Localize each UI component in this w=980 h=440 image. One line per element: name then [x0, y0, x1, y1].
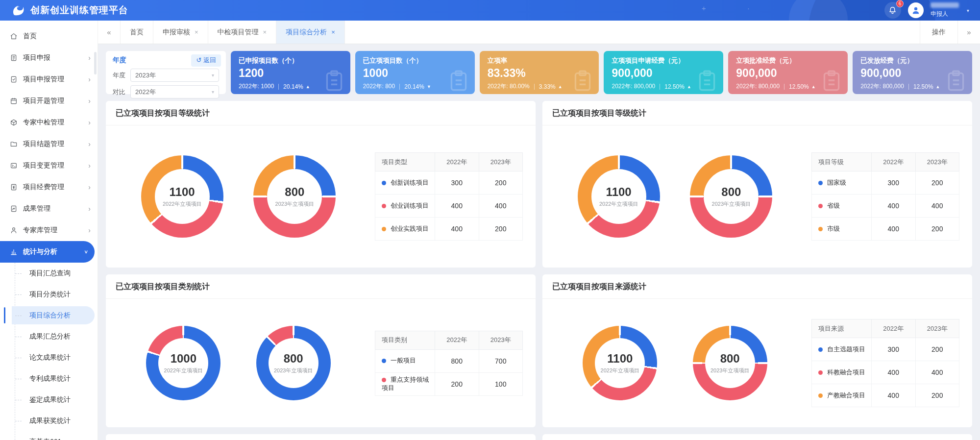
sidebar-item-label: 项目申报 — [23, 53, 50, 62]
divider — [534, 84, 535, 90]
year-select[interactable]: 2023年 ▾ — [130, 69, 219, 82]
sidebar-item-label: 成果管理 — [23, 204, 50, 213]
sidebar-subitem[interactable]: 专利成果统计 — [0, 368, 98, 389]
sidebar-scrollbar-thumb[interactable] — [94, 52, 97, 74]
sidebar-subitem[interactable]: 鉴定成果统计 — [0, 389, 98, 410]
stat-card-title: 立项率 — [488, 56, 591, 65]
table-row: 创新训练项目 300 200 — [375, 171, 523, 195]
sidebar-item[interactable]: 首页 — [0, 25, 98, 47]
folder-icon — [10, 140, 18, 148]
legend-label: 创新训练项目 — [391, 179, 429, 186]
notification-badge: 6 — [896, 0, 904, 7]
chevron-icon: › — [88, 119, 91, 126]
user-menu-caret-icon[interactable]: ▾ — [967, 8, 969, 13]
avatar[interactable] — [908, 2, 924, 18]
sidebar-item[interactable]: 项目开题管理 › — [0, 90, 98, 112]
table-row: 市级 400 200 — [812, 218, 959, 241]
sidebar-item-label: 项目结题管理 — [23, 140, 64, 148]
chevron-icon: › — [88, 226, 91, 234]
sidebar-item[interactable]: 专家库管理 › — [0, 220, 98, 241]
sidebar-item[interactable]: 项目结题管理 › — [0, 133, 98, 155]
table-body: 国家级 300 200 省级 400 400 — [812, 171, 959, 241]
legend-dot — [818, 393, 823, 398]
sidebar-subitem[interactable]: 论文成果统计 — [0, 347, 98, 368]
sidebar-subitem[interactable]: 项目综合分析 — [0, 305, 98, 326]
donut-center-label: 2023年立项项目 — [274, 367, 313, 374]
user-info[interactable]: 申报人 — [931, 2, 959, 18]
next-row-partial — [106, 434, 972, 440]
stat-card-title: 立项批准经费（元） — [736, 56, 840, 65]
app-header: + · 创新创业训练管理平台 6 申报人 ▾ — [0, 0, 980, 21]
tab-label: 首页 — [130, 28, 144, 37]
back-button[interactable]: ↺ 返回 — [191, 54, 221, 67]
sidebar-item[interactable]: 项目经费管理 › — [0, 176, 98, 198]
tab-close-icon[interactable]: × — [263, 28, 267, 36]
donut-chart: 800 2023年立项项目 — [690, 155, 772, 238]
home-icon — [10, 32, 18, 40]
chevron-down-icon: ▾ — [212, 89, 214, 95]
filter-card: 年度 ↺ 返回 年度 2023年 ▾ 对比 2022年 ▾ — [106, 51, 226, 94]
sidebar-item-label: 项目申报管理 — [23, 75, 64, 84]
sidebar-item[interactable]: 成果管理 › — [0, 198, 98, 220]
tab-close-icon[interactable]: × — [195, 28, 198, 36]
table-body: 自主选题项目 300 200 科教融合项目 400 400 — [812, 338, 959, 407]
tab[interactable]: 项目综合分析 × — [276, 21, 345, 44]
chevron-icon: › — [88, 140, 91, 148]
sidebar-subitem[interactable]: 高基表661 — [0, 431, 98, 440]
tab-actions-menu[interactable]: 操作 — [920, 21, 957, 44]
donut-chart: 800 2023年立项项目 — [253, 155, 336, 238]
sidebar-item[interactable]: 专家中检管理 › — [0, 112, 98, 133]
table-col-year: 2022年 — [872, 319, 916, 338]
legend-label: 市级 — [827, 225, 840, 232]
table-col-year: 2023年 — [915, 153, 959, 171]
sidebar-item[interactable]: 统计与分析 ˅ — [0, 241, 95, 263]
sidebar-item[interactable]: 项目申报 › — [0, 47, 98, 69]
sidebar-subitem[interactable]: 项目汇总查询 — [0, 263, 98, 284]
tab[interactable]: 首页 — [121, 21, 153, 44]
sidebar-item[interactable]: 项目变更管理 › — [0, 155, 98, 176]
stat-card: 已申报项目数（个） 1200 2022年: 1000 20.14% ▲ — [231, 51, 350, 94]
form-icon — [10, 54, 18, 62]
legend-dot — [382, 359, 386, 363]
sidebar-subitem-label: 项目综合分析 — [0, 305, 98, 326]
partial-panel — [106, 434, 536, 440]
stat-card-title: 已发放经费（元） — [860, 56, 964, 65]
notification-bell-icon[interactable]: 6 — [884, 2, 901, 19]
donut-center-value: 1100 — [606, 185, 632, 199]
table-body: 一般项目 800 700 重点支持领域项目 200 100 — [375, 349, 523, 395]
donut-chart: 800 2023年立项项目 — [693, 326, 767, 400]
donut-center-label: 2022年立项项目 — [164, 367, 203, 374]
panel-table: 项目类别 2022年 2023年 一般项目 800 700 — [375, 331, 523, 396]
table-col-header: 项目等级 — [812, 153, 872, 171]
stat-card: 立项批准经费（元） 900,000 2022年: 800,000 12.50% … — [728, 51, 848, 94]
tabs-collapse-right[interactable]: » — [957, 21, 980, 44]
tabs-collapse-left[interactable]: « — [98, 21, 121, 44]
sidebar-subitem[interactable]: 项目分类统计 — [0, 284, 98, 305]
sidebar-subitem[interactable]: 成果汇总分析 — [0, 326, 98, 347]
table-row: 国家级 300 200 — [812, 171, 959, 195]
clipboard-watermark-icon — [944, 69, 968, 93]
table-row: 重点支持领域项目 200 100 — [375, 372, 523, 395]
sidebar-item-label: 项目开题管理 — [23, 97, 64, 105]
tab-close-icon[interactable]: × — [331, 28, 335, 36]
chart-panel: 已立项项目按项目来源统计 1100 2022年立项项目 800 2023年立项项… — [542, 274, 972, 427]
sidebar-subitem[interactable]: 成果获奖统计 — [0, 410, 98, 431]
table-col-header: 项目来源 — [812, 319, 872, 338]
year-select[interactable]: 2022年 ▾ — [130, 85, 219, 98]
sidebar-submenu: 项目汇总查询 项目分类统计 项目综合分析 成果汇总分析 论文成果统计 专利成果统… — [0, 263, 98, 440]
top-row: 年度 ↺ 返回 年度 2023年 ▾ 对比 2022年 ▾ — [106, 51, 972, 94]
panels-grid: 已立项项目按项目等级统计 1100 2022年立项项目 800 2023年立项项… — [106, 101, 972, 427]
sidebar-item[interactable]: 项目申报管理 › — [0, 69, 98, 90]
tab[interactable]: 申报审核 × — [153, 21, 208, 44]
filter-row: 年度 2023年 ▾ — [113, 69, 219, 82]
trend-arrow-icon: ▲ — [936, 84, 940, 89]
chevron-icon: › — [88, 205, 91, 213]
stat-card: 立项率 83.33% 2022年: 80.00% 3.33% ▲ — [480, 51, 599, 94]
legend-dot — [382, 227, 386, 231]
panel-table: 项目等级 2022年 2023年 国家级 300 200 — [811, 152, 959, 241]
chevron-icon: › — [88, 75, 91, 83]
table-row: 创业实践项目 400 200 — [375, 218, 523, 241]
page-content: 年度 ↺ 返回 年度 2023年 ▾ 对比 2022年 ▾ — [98, 44, 980, 440]
tab[interactable]: 中检项目管理 × — [208, 21, 277, 44]
divider — [660, 84, 660, 90]
